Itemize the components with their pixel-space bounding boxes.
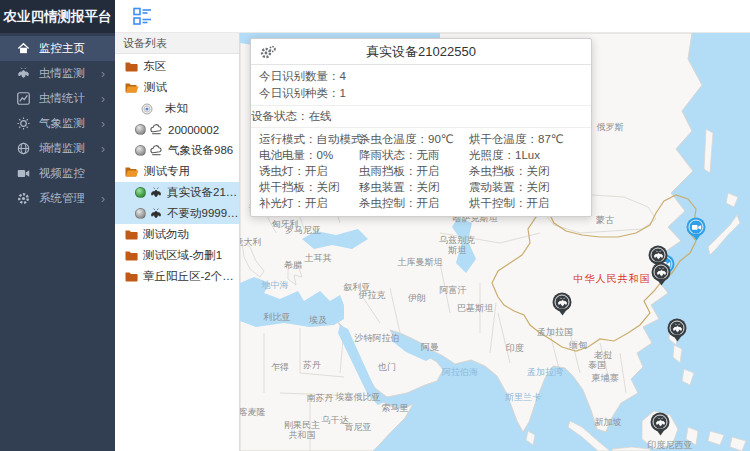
tree-folder[interactable]: 章丘阳丘区-2个摄像头 [115,266,239,287]
tree-folder[interactable]: 东区 [115,56,239,77]
insect-marker-pin[interactable] [668,319,687,338]
folder-closed-icon [125,271,138,282]
popup-detail-cell: 降雨状态：无雨 [359,147,469,163]
globe-icon [16,142,30,156]
device-list-panel: 设备列表 东区测试未知20000002气象设备986测试专用真实设备210225… [115,33,240,451]
tree-item-label: 气象设备986 [168,143,233,158]
app-window: 农业四情测报平台 监控主页虫情监测›虫情统计›气象监测›墒情监测›视频监控系统管… [0,0,750,451]
status-dot-gray [135,208,146,219]
bug-icon [16,67,30,81]
tree-folder[interactable]: 测试 [115,77,239,98]
popup-detail-cell: 杀虫控制：开启 [359,195,469,211]
sidebar-item-globe[interactable]: 墒情监测› [0,136,115,161]
tree-folder[interactable]: 测试专用 [115,161,239,182]
sidebar-item-label: 墒情监测 [39,141,101,156]
popup-title: 真实设备21022550 [366,44,476,59]
sidebar-item-label: 视频监控 [39,166,115,181]
popup-detail-cell: 光照度：1Lux [469,147,583,163]
folder-closed-icon [125,229,138,240]
insect-marker-pin[interactable] [553,293,572,312]
tree-item[interactable]: 气象设备986 [115,140,239,161]
insect-device-icon [150,187,162,199]
sidebar-item-weather[interactable]: 气象监测› [0,111,115,136]
chevron-right-icon: › [101,143,105,155]
tree-item[interactable]: 20000002 [115,119,239,140]
popup-detail-cell: 运行模式：自动模式 [259,131,359,147]
home-icon [16,42,30,56]
tree-item[interactable]: 不要动99999999 [115,203,239,224]
chevron-right-icon: › [101,68,105,80]
tree-item-label: 测试专用 [144,164,190,179]
cloud-device-icon [150,124,163,135]
device-tree: 东区测试未知20000002气象设备986测试专用真实设备21022550不要动… [115,54,239,287]
device-list-title: 设备列表 [115,33,239,54]
tree-item-label: 测试勿动 [143,227,189,242]
chevron-right-icon: › [101,193,105,205]
tree-item-label: 真实设备21022550 [167,185,239,200]
tree-item-label: 东区 [143,59,166,74]
popup-summary: 今日识别数量：4今日识别种类：1 [251,65,591,105]
tree-item[interactable]: 真实设备21022550 [115,182,239,203]
chevron-right-icon: › [101,93,105,105]
sidebar-item-chart[interactable]: 虫情统计› [0,86,115,111]
gear-icon [16,192,30,206]
sidebar-item-label: 气象监测 [39,116,101,131]
tree-toggle-icon[interactable] [133,7,152,26]
popup-detail-cell: 补光灯：开启 [259,195,359,211]
popup-detail-cell: 移虫装置：关闭 [359,179,469,195]
popup-detail-cell: 诱虫灯：开启 [259,163,359,179]
camera-marker-pin[interactable] [687,218,706,237]
weather-icon [16,117,30,131]
tree-item-label: 测试区域-勿删1 [143,248,222,263]
topbar [115,0,750,33]
sidebar-item-label: 虫情监测 [39,66,101,81]
folder-closed-icon [125,61,138,72]
popup-detail-cell: 震动装置：关闭 [469,179,583,195]
folder-open-icon [125,82,139,93]
popup-detail-cell: 烘干仓温度：87℃ [469,131,583,147]
insect-marker-pin[interactable] [649,246,668,265]
folder-closed-icon [125,250,138,261]
popup-detail-cell: 虫雨挡板：开启 [359,163,469,179]
popup-summary-row: 今日识别数量：4 [251,68,591,85]
tree-item[interactable]: 未知 [115,98,239,119]
status-dot-green [135,187,146,198]
tree-item-label: 章丘阳丘区-2个摄像头 [143,269,239,284]
sidebar-item-label: 监控主页 [39,41,115,56]
insect-marker-pin[interactable] [652,263,671,282]
popup-detail-grid: 运行模式：自动模式杀虫仓温度：90℃烘干仓温度：87℃电池电量：0%降雨状态：无… [251,127,591,216]
tree-item-label: 20000002 [168,124,219,136]
folder-open-icon [125,166,139,177]
gears-icon [260,44,276,60]
device-status-line: 设备状态：在线 [251,105,591,127]
popup-detail-cell: 烘干挡板：关闭 [259,179,359,195]
popup-header: 真实设备21022550 [251,39,591,65]
popup-detail-cell: 烘干控制：开启 [469,195,583,211]
tree-item-label: 测试 [144,80,167,95]
popup-detail-cell: 杀虫仓温度：90℃ [359,131,469,147]
tree-item-label: 不要动99999999 [167,206,239,221]
sidebar-menu: 监控主页虫情监测›虫情统计›气象监测›墒情监测›视频监控系统管理› [0,33,115,211]
chevron-right-icon: › [101,118,105,130]
tree-folder[interactable]: 测试勿动 [115,224,239,245]
app-title: 农业四情测报平台 [0,0,115,33]
chart-icon [16,92,30,106]
insect-device-icon [150,208,162,220]
sidebar-item-home[interactable]: 监控主页 [0,36,115,61]
video-icon [16,167,30,181]
tree-folder[interactable]: 测试区域-勿删1 [115,245,239,266]
device-popup: 真实设备21022550 今日识别数量：4今日识别种类：1 设备状态：在线 运行… [250,38,592,217]
sidebar-item-bug[interactable]: 虫情监测› [0,61,115,86]
sidebar: 农业四情测报平台 监控主页虫情监测›虫情统计›气象监测›墒情监测›视频监控系统管… [0,0,115,451]
sidebar-item-gear[interactable]: 系统管理› [0,186,115,211]
status-dot-gray [135,124,146,135]
sidebar-item-label: 系统管理 [39,191,101,206]
tree-item-label: 未知 [165,101,188,116]
cloud-device-icon [150,145,163,156]
popup-detail-cell: 电池电量：0% [259,147,359,163]
popup-detail-cell: 杀虫挡板：关闭 [469,163,583,179]
insect-marker-pin[interactable] [651,413,670,432]
radio-icon [141,103,153,115]
sidebar-item-video[interactable]: 视频监控 [0,161,115,186]
sidebar-item-label: 虫情统计 [39,91,101,106]
